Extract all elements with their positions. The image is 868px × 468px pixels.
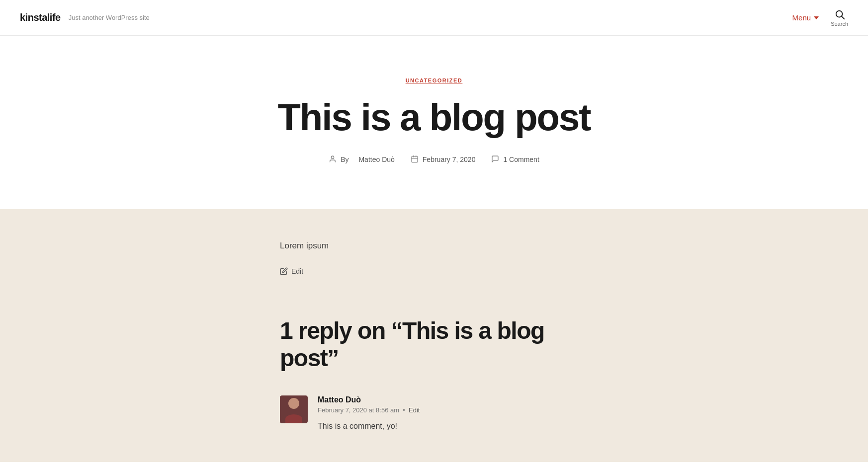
site-logo[interactable]: kinstalife [20, 12, 61, 23]
site-tagline: Just another WordPress site [69, 14, 150, 21]
comment-item: Matteo Duò February 7, 2020 at 8:56 am •… [280, 395, 588, 433]
edit-label: Edit [291, 267, 303, 275]
content-inner: Lorem ipsum Edit [260, 239, 608, 277]
svg-point-2 [332, 156, 334, 158]
hero-section: UNCATEGORIZED This is a blog post By Mat… [0, 36, 868, 209]
comment-content: Matteo Duò February 7, 2020 at 8:56 am •… [318, 395, 588, 433]
header-left: kinstalife Just another WordPress site [20, 12, 150, 23]
author-name[interactable]: Matteo Duò [358, 156, 394, 163]
content-section: Lorem ipsum Edit [0, 209, 868, 297]
menu-label: Menu [792, 13, 811, 22]
comments-title: 1 reply on “This is a blog post” [280, 317, 588, 372]
comments-section: 1 reply on “This is a blog post” Matteo … [0, 297, 868, 463]
date-meta: February 7, 2020 [411, 155, 476, 164]
search-icon [834, 9, 845, 20]
header-right: Menu Search [792, 9, 848, 27]
comment-date-text: February 7, 2020 at 8:56 am [318, 406, 399, 414]
avatar-image [280, 395, 308, 423]
svg-rect-3 [412, 156, 418, 162]
comment-avatar [280, 395, 308, 423]
comment-author[interactable]: Matteo Duò [318, 395, 588, 404]
comments-meta: 1 Comment [491, 155, 539, 164]
comment-edit-link[interactable]: Edit [409, 406, 420, 414]
site-header: kinstalife Just another WordPress site M… [0, 0, 868, 36]
post-meta: By Matteo Duò February 7, 2020 1 Comment [20, 155, 848, 164]
post-title: This is a blog post [20, 97, 848, 137]
comments-inner: 1 reply on “This is a blog post” Matteo … [260, 317, 608, 433]
category-link[interactable]: UNCATEGORIZED [406, 78, 463, 83]
post-body: Lorem ipsum [280, 239, 588, 253]
post-date: February 7, 2020 [423, 156, 476, 163]
comment-text: This is a comment, yo! [318, 420, 588, 433]
search-button[interactable]: Search [831, 9, 848, 27]
chevron-down-icon [814, 16, 819, 19]
svg-line-1 [842, 16, 844, 19]
comment-date: February 7, 2020 at 8:56 am • Edit [318, 406, 588, 414]
calendar-icon [411, 155, 419, 164]
edit-link[interactable]: Edit [280, 267, 303, 275]
comment-bubble-icon [491, 155, 499, 164]
search-label: Search [831, 21, 848, 27]
menu-button[interactable]: Menu [792, 13, 819, 22]
author-prefix: By [341, 156, 348, 163]
author-meta: By Matteo Duò [329, 155, 395, 164]
person-icon [329, 155, 337, 164]
edit-icon [280, 267, 288, 275]
comments-count[interactable]: 1 Comment [503, 156, 539, 163]
